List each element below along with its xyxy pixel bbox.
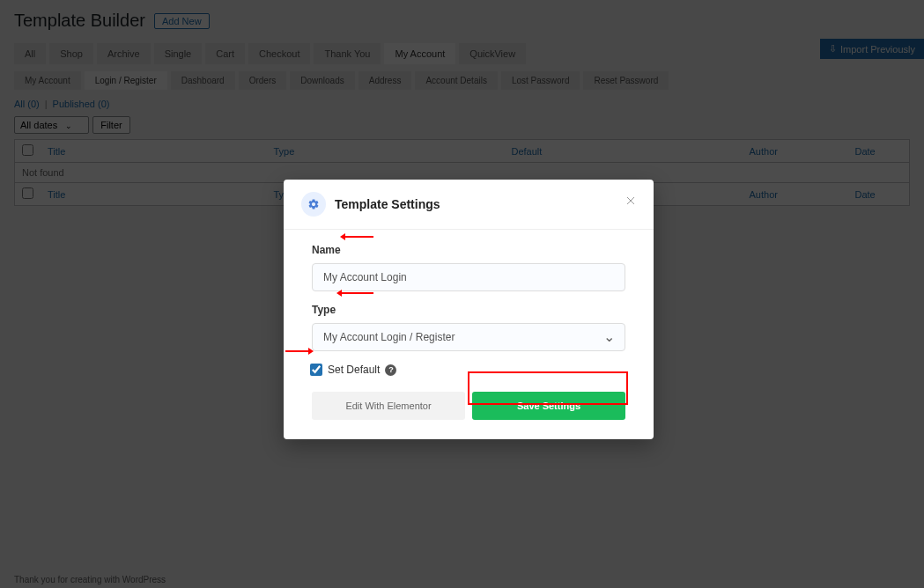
save-settings-button[interactable]: Save Settings — [472, 392, 625, 420]
edit-with-elementor-button[interactable]: Edit With Elementor — [312, 392, 465, 420]
set-default-row[interactable]: Set Default ? — [310, 364, 625, 376]
name-label: Name — [312, 244, 625, 256]
modal-title: Template Settings — [335, 197, 440, 211]
template-settings-modal: Template Settings Name Type My Account L… — [284, 180, 654, 439]
name-input[interactable] — [312, 263, 625, 291]
help-icon[interactable]: ? — [385, 364, 396, 376]
set-default-checkbox[interactable] — [310, 364, 322, 376]
set-default-label: Set Default — [328, 364, 380, 376]
type-select[interactable]: My Account Login / Register — [312, 323, 625, 351]
close-icon[interactable] — [624, 194, 638, 211]
type-label: Type — [312, 304, 625, 316]
gear-icon — [301, 192, 326, 217]
